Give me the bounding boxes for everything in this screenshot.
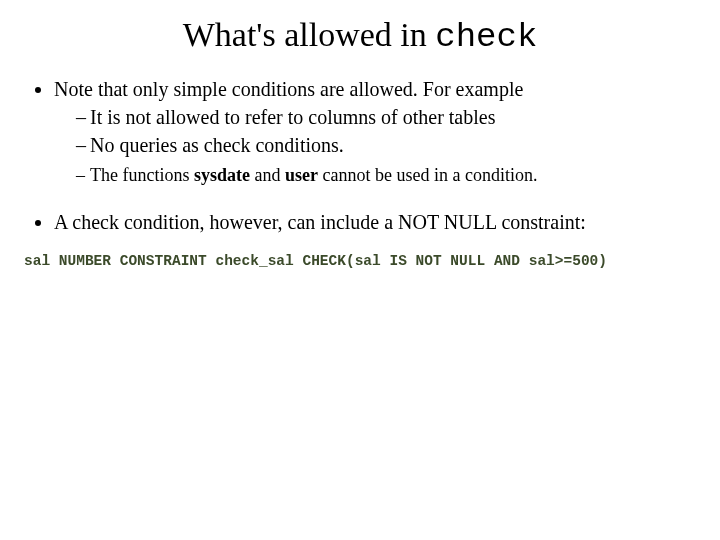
title-code: check (435, 18, 537, 56)
b1s3-kw1: sysdate (194, 165, 250, 185)
code-example: sal NUMBER CONSTRAINT check_sal CHECK(sa… (24, 253, 696, 269)
spacer (24, 191, 696, 209)
bullet-1: Note that only simple conditions are all… (54, 76, 696, 187)
b1s3-post: cannot be used in a condition. (318, 165, 537, 185)
title-text: What's allowed in (183, 16, 436, 53)
bullet-1-sublist: It is not allowed to refer to columns of… (54, 104, 696, 158)
slide-title: What's allowed in check (24, 16, 696, 56)
bullet-1-sub-1: It is not allowed to refer to columns of… (76, 104, 696, 130)
bullet-1-text: Note that only simple conditions are all… (54, 78, 523, 100)
slide: What's allowed in check Note that only s… (0, 0, 720, 540)
bullet-1-sub-2: No queries as check conditions. (76, 132, 696, 158)
b1s3-mid: and (250, 165, 285, 185)
b1s3-kw2: user (285, 165, 318, 185)
bullet-1-sublist-2: The functions sysdate and user cannot be… (54, 164, 696, 187)
b1s3-pre: The functions (90, 165, 194, 185)
bullet-list: Note that only simple conditions are all… (24, 76, 696, 187)
bullet-list-2: A check condition, however, can include … (24, 209, 696, 235)
bullet-2: A check condition, however, can include … (54, 209, 696, 235)
bullet-1-sub-3: The functions sysdate and user cannot be… (76, 164, 696, 187)
